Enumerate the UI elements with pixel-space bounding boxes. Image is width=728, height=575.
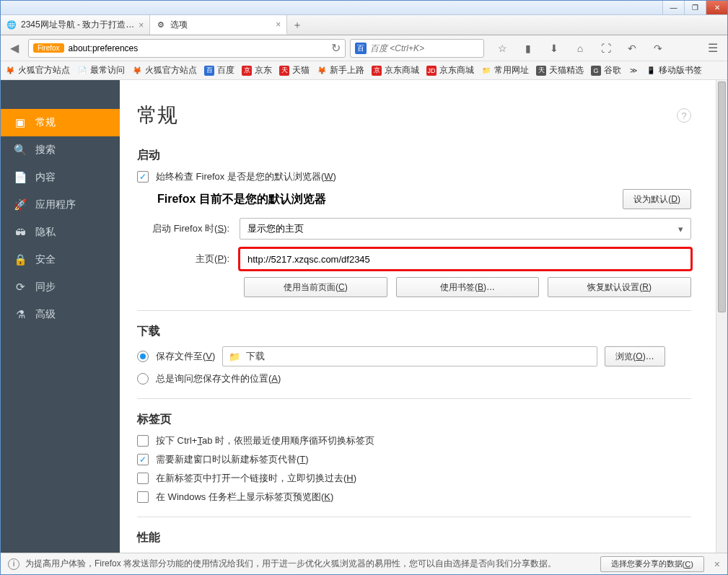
sidebar-item-4[interactable]: 🕶隐私 xyxy=(1,219,120,246)
url-input[interactable] xyxy=(69,43,327,53)
folder-icon: 📁 xyxy=(229,351,240,362)
home-icon[interactable]: ⌂ xyxy=(571,39,589,58)
bookmark-item[interactable]: 📱移动版书签 xyxy=(646,64,702,76)
sidebar-item-7[interactable]: ⚗高级 xyxy=(1,301,120,328)
checkbox-label: 需要新建窗口时以新建标签页代替(T) xyxy=(156,453,309,466)
bookmark-icon: 京 xyxy=(242,66,252,76)
content-area: ▣常规🔍搜索📄内容🚀应用程序🕶隐私🔒安全⟳同步⚗高级 常规 ? 启动 ✓ 始终检… xyxy=(1,80,727,553)
pocket-icon[interactable]: ▮ xyxy=(519,39,538,58)
checkbox-open-link[interactable] xyxy=(137,473,149,484)
checkbox-new-window[interactable]: ✓ xyxy=(137,454,149,465)
checkbox-label: 按下 Ctrl+Tab 时，依照最近使用顺序循环切换标签页 xyxy=(156,434,374,447)
radio-save-to[interactable] xyxy=(137,351,149,362)
sidebar-icon: ▣ xyxy=(14,116,27,129)
search-input[interactable] xyxy=(370,43,479,53)
sidebar-item-3[interactable]: 🚀应用程序 xyxy=(1,191,120,219)
section-heading: 启动 xyxy=(137,148,691,163)
set-default-button[interactable]: 设为默认(D) xyxy=(623,189,691,209)
bookmark-item[interactable]: 天天猫精选 xyxy=(536,64,584,76)
search-bar[interactable]: 百 xyxy=(350,39,484,58)
use-bookmark-button[interactable]: 使用书签(B)… xyxy=(396,277,540,297)
toolbar-icons: ☆ ▮ ⬇ ⌂ ⛶ ↶ ↷ xyxy=(493,39,667,58)
bookmark-icon: 📱 xyxy=(646,66,656,76)
bookmark-item[interactable]: 京京东 xyxy=(242,64,272,76)
sidebar-label: 搜索 xyxy=(35,144,56,157)
bookmark-item[interactable]: 🦊新手上路 xyxy=(317,64,364,76)
back-button[interactable]: ◀ xyxy=(5,39,24,58)
bookmark-star-icon[interactable]: ☆ xyxy=(493,39,512,58)
choose-data-button[interactable]: 选择您要分享的数据(C) xyxy=(600,556,704,572)
maximize-button[interactable]: ❐ xyxy=(684,1,706,14)
tab-close-icon[interactable]: × xyxy=(276,19,281,30)
bookmark-icon: 京 xyxy=(372,66,382,76)
checkbox-label: 在新标签页中打开一个链接时，立即切换过去(H) xyxy=(156,472,356,485)
help-icon[interactable]: ? xyxy=(677,108,691,123)
bookmark-icon: G xyxy=(591,66,601,76)
bookmark-icon: ≫ xyxy=(628,66,639,76)
reload-icon[interactable]: ↻ xyxy=(331,41,341,55)
scrollbar-thumb[interactable] xyxy=(718,82,726,312)
checkbox-check-default[interactable]: ✓ xyxy=(137,171,149,183)
tab-title: 选项 xyxy=(170,19,188,31)
section-startup: 启动 ✓ 始终检查 Firefox 是否是您的默认浏览器(W) Firefox … xyxy=(137,148,691,297)
sidebar-item-1[interactable]: 🔍搜索 xyxy=(1,136,120,164)
fullscreen-icon[interactable]: ⛶ xyxy=(597,39,615,58)
menu-button[interactable]: ☰ xyxy=(703,39,723,58)
window-close-button[interactable]: ✕ xyxy=(706,1,727,14)
sidebar-item-5[interactable]: 🔒安全 xyxy=(1,246,120,273)
info-message: 为提高用户体验，Firefox 将发送部分功能的使用情况给我们，用于进一步优化火… xyxy=(25,558,556,570)
bookmark-label: 新手上路 xyxy=(330,64,364,76)
window: — ❐ ✕ 🌐 2345网址导航 - 致力于打造… × ⚙ 选项 × ＋ ◀ F… xyxy=(0,0,728,575)
infobar-close-icon[interactable]: × xyxy=(714,558,720,570)
browse-button[interactable]: 浏览(O)… xyxy=(605,346,665,366)
sidebar-icon: 🕶 xyxy=(14,227,27,239)
tab-close-icon[interactable]: × xyxy=(139,20,144,30)
titlebar: — ❐ ✕ xyxy=(1,1,727,15)
bookmark-icon: 🦊 xyxy=(317,66,327,76)
bookmark-label: 京东商城 xyxy=(439,64,474,76)
bookmark-label: 京东商城 xyxy=(385,64,419,76)
restore-default-button[interactable]: 恢复默认设置(R) xyxy=(548,277,691,297)
scrollbar[interactable] xyxy=(716,80,727,553)
history-icon[interactable]: ↶ xyxy=(623,39,641,58)
page-title: 常规 ? xyxy=(137,102,691,129)
bookmark-item[interactable]: JD京东商城 xyxy=(426,64,474,76)
info-icon: i xyxy=(8,558,19,570)
bookmark-item[interactable]: 京京东商城 xyxy=(372,64,419,76)
sidebar-item-0[interactable]: ▣常规 xyxy=(1,109,120,136)
use-current-button[interactable]: 使用当前页面(C) xyxy=(244,277,387,297)
bookmark-item[interactable]: 百百度 xyxy=(204,64,234,76)
tab-strip: 🌐 2345网址导航 - 致力于打造… × ⚙ 选项 × ＋ xyxy=(1,15,727,35)
url-bar[interactable]: Firefox ↻ xyxy=(28,39,346,58)
sidebar-icon: 🔍 xyxy=(14,144,27,157)
when-start-select[interactable]: 显示您的主页 xyxy=(240,218,691,240)
sidebar-label: 高级 xyxy=(35,308,56,321)
homepage-input[interactable] xyxy=(240,248,691,270)
bookmark-item[interactable]: G谷歌 xyxy=(591,64,621,76)
bookmark-label: 百度 xyxy=(217,64,234,76)
downloads-icon[interactable]: ⬇ xyxy=(545,39,563,58)
section-heading: 标签页 xyxy=(137,412,691,427)
nav-toolbar: ◀ Firefox ↻ 百 ☆ ▮ ⬇ ⌂ ⛶ ↶ ↷ ☰ xyxy=(1,35,727,61)
tab-title: 2345网址导航 - 致力于打造… xyxy=(21,19,134,31)
bookmark-item[interactable]: 🦊火狐官方站点 xyxy=(132,64,197,76)
checkbox-taskbar[interactable] xyxy=(137,491,149,503)
preferences-sidebar: ▣常规🔍搜索📄内容🚀应用程序🕶隐私🔒安全⟳同步⚗高级 xyxy=(1,80,120,553)
sidebar-label: 应用程序 xyxy=(35,198,76,211)
new-tab-button[interactable]: ＋ xyxy=(287,15,307,35)
tab-preferences[interactable]: ⚙ 选项 × xyxy=(150,15,287,35)
bookmark-item[interactable]: 📁常用网址 xyxy=(481,64,529,76)
bookmark-item[interactable]: 天天猫 xyxy=(279,64,310,76)
checkbox-ctrl-tab[interactable] xyxy=(137,435,149,447)
minimize-button[interactable]: — xyxy=(662,1,684,14)
sidebar-item-6[interactable]: ⟳同步 xyxy=(1,273,120,301)
bookmark-item[interactable]: ≫ xyxy=(628,66,639,76)
bookmark-item[interactable]: 📄最常访问 xyxy=(77,64,125,76)
forward-icon[interactable]: ↷ xyxy=(649,39,667,58)
bookmark-item[interactable]: 🦊火狐官方站点 xyxy=(5,64,70,76)
sidebar-item-2[interactable]: 📄内容 xyxy=(1,164,120,191)
radio-always-ask[interactable] xyxy=(137,373,149,385)
tab-2345[interactable]: 🌐 2345网址导航 - 致力于打造… × xyxy=(1,15,150,35)
section-downloads: 下载 保存文件至(V) 📁 下载 浏览(O)… 总是询问您保存文件的位置(A) xyxy=(137,324,691,385)
sidebar-icon: 🚀 xyxy=(14,198,27,211)
